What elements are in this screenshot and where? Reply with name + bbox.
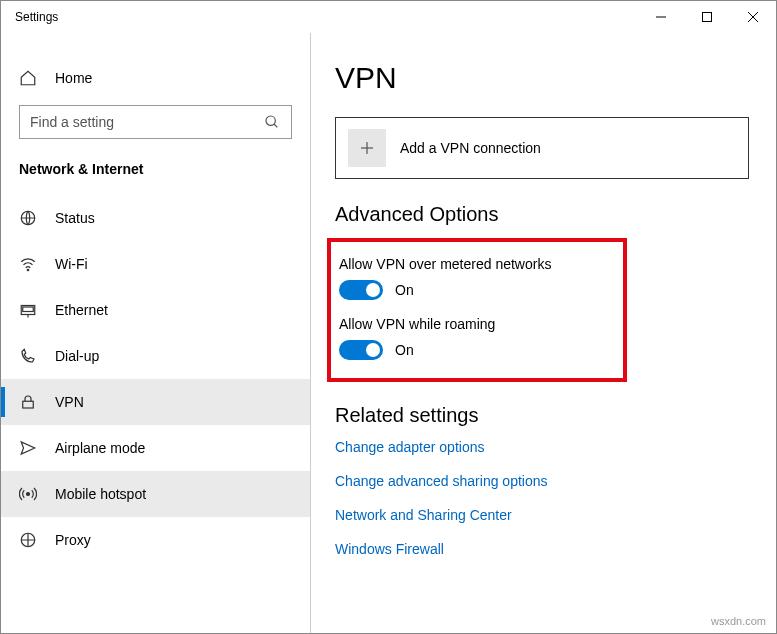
toggle-metered-switch[interactable] [339, 280, 383, 300]
maximize-button[interactable] [684, 1, 730, 33]
svg-point-4 [266, 116, 275, 125]
toggle-metered-label: Allow VPN over metered networks [339, 256, 609, 272]
nav-label: Dial-up [55, 348, 99, 364]
svg-line-5 [274, 124, 277, 127]
airplane-icon [19, 439, 37, 457]
search-icon [263, 113, 281, 131]
close-button[interactable] [730, 1, 776, 33]
nav-list: Status Wi-Fi Ethernet [1, 195, 310, 633]
nav-item-status[interactable]: Status [1, 195, 310, 241]
add-vpn-button[interactable]: Add a VPN connection [335, 117, 749, 179]
nav-label: Airplane mode [55, 440, 145, 456]
advanced-options-title: Advanced Options [335, 203, 752, 226]
nav-item-wifi[interactable]: Wi-Fi [1, 241, 310, 287]
ethernet-icon [19, 301, 37, 319]
toggle-metered-row: On [339, 280, 609, 300]
nav-item-hotspot[interactable]: Mobile hotspot [1, 471, 310, 517]
settings-window: Settings Home Find a setting [0, 0, 777, 634]
window-title: Settings [15, 10, 58, 24]
wifi-icon [19, 255, 37, 273]
link-advanced-sharing[interactable]: Change advanced sharing options [335, 473, 752, 489]
status-icon [19, 209, 37, 227]
highlighted-region: Allow VPN over metered networks On Allow… [327, 238, 627, 382]
window-controls [638, 1, 776, 33]
hotspot-icon [19, 485, 37, 503]
sidebar: Home Find a setting Network & Internet S… [1, 33, 311, 633]
link-adapter-options[interactable]: Change adapter options [335, 439, 752, 455]
minimize-button[interactable] [638, 1, 684, 33]
toggle-metered: Allow VPN over metered networks On [339, 256, 609, 300]
search-input[interactable]: Find a setting [19, 105, 292, 139]
toggle-metered-state: On [395, 282, 414, 298]
link-windows-firewall[interactable]: Windows Firewall [335, 541, 752, 557]
svg-point-12 [27, 493, 30, 496]
nav-item-ethernet[interactable]: Ethernet [1, 287, 310, 333]
nav-label: VPN [55, 394, 84, 410]
home-link[interactable]: Home [1, 61, 310, 105]
nav-item-proxy[interactable]: Proxy [1, 517, 310, 563]
svg-point-7 [27, 269, 29, 271]
window-body: Home Find a setting Network & Internet S… [1, 33, 776, 633]
vpn-icon [19, 393, 37, 411]
page-title: VPN [335, 61, 752, 95]
nav-item-dialup[interactable]: Dial-up [1, 333, 310, 379]
svg-rect-9 [23, 307, 34, 312]
proxy-icon [19, 531, 37, 549]
plus-icon [348, 129, 386, 167]
search-placeholder: Find a setting [30, 114, 114, 130]
link-network-sharing-center[interactable]: Network and Sharing Center [335, 507, 752, 523]
svg-rect-1 [703, 13, 712, 22]
add-vpn-label: Add a VPN connection [400, 140, 541, 156]
dialup-icon [19, 347, 37, 365]
nav-item-vpn[interactable]: VPN [1, 379, 310, 425]
related-settings-title: Related settings [335, 404, 752, 427]
toggle-roaming-label: Allow VPN while roaming [339, 316, 609, 332]
content-area: VPN Add a VPN connection Advanced Option… [311, 33, 776, 633]
nav-label: Wi-Fi [55, 256, 88, 272]
toggle-roaming-state: On [395, 342, 414, 358]
toggle-roaming-switch[interactable] [339, 340, 383, 360]
titlebar: Settings [1, 1, 776, 33]
home-label: Home [55, 70, 92, 86]
nav-label: Mobile hotspot [55, 486, 146, 502]
svg-rect-11 [23, 401, 34, 408]
nav-label: Ethernet [55, 302, 108, 318]
home-icon [19, 69, 37, 87]
nav-label: Proxy [55, 532, 91, 548]
nav-label: Status [55, 210, 95, 226]
section-label: Network & Internet [1, 161, 310, 195]
toggle-roaming-row: On [339, 340, 609, 360]
toggle-roaming: Allow VPN while roaming On [339, 316, 609, 360]
watermark: wsxdn.com [711, 615, 766, 627]
nav-item-airplane[interactable]: Airplane mode [1, 425, 310, 471]
